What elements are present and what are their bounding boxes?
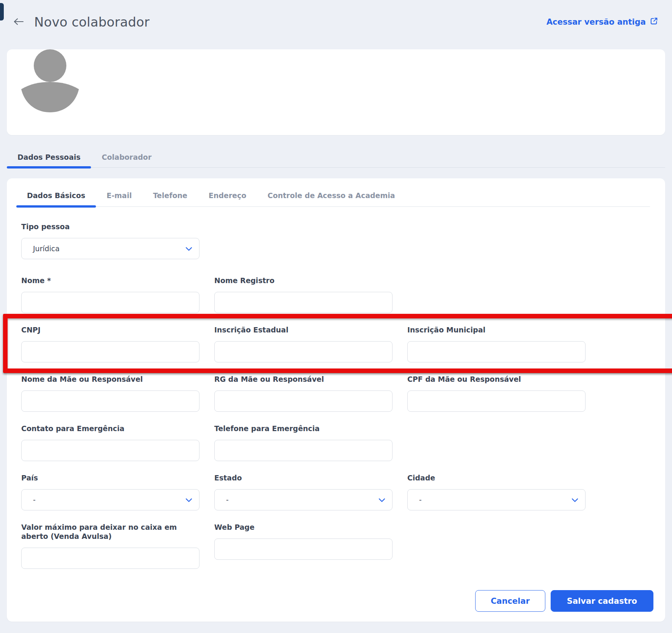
subtab-dados-basicos[interactable]: Dados Básicos (16, 191, 96, 206)
field-inscricao-estadual: Inscrição Estadual (214, 325, 393, 362)
nome-registro-input[interactable] (214, 292, 393, 313)
field-cpf-mae: CPF da Mãe ou Responsável (407, 375, 586, 412)
row-valor-webpage: Valor máximo para deixar no caixa em abe… (21, 523, 650, 569)
chevron-down-icon (185, 244, 192, 253)
inscricao-municipal-input[interactable] (407, 341, 586, 362)
nome-mae-label: Nome da Mãe ou Responsável (21, 375, 199, 384)
cpf-mae-input[interactable] (407, 391, 586, 412)
avatar-card (7, 49, 665, 135)
inscricao-municipal-label: Inscrição Municipal (407, 325, 586, 334)
pais-select[interactable]: - (21, 489, 199, 510)
valor-maximo-input[interactable] (21, 548, 199, 569)
subtab-controle-acesso[interactable]: Controle de Acesso a Academia (257, 191, 405, 206)
estado-value: - (226, 496, 229, 504)
nome-mae-input[interactable] (21, 391, 199, 412)
contato-emergencia-label: Contato para Emergência (21, 424, 199, 433)
field-tipo-pessoa: Tipo pessoa Jurídica (21, 222, 199, 259)
tipo-pessoa-value: Jurídica (33, 244, 60, 253)
page-header: Novo colaborador Acessar versão antiga (0, 0, 672, 31)
subtab-telefone[interactable]: Telefone (142, 191, 198, 206)
nome-registro-label: Nome Registro (214, 276, 393, 285)
valor-maximo-label: Valor máximo para deixar no caixa em abe… (21, 523, 199, 541)
tab-dados-pessoais[interactable]: Dados Pessoais (7, 153, 91, 167)
cidade-label: Cidade (407, 473, 586, 482)
cpf-mae-label: CPF da Mãe ou Responsável (407, 375, 586, 384)
cancel-button[interactable]: Cancelar (475, 590, 545, 612)
chevron-down-icon (572, 496, 578, 504)
field-nome: Nome * (21, 276, 199, 313)
sidebar-edge-sliver (0, 3, 4, 20)
row-nome: Nome * Nome Registro (21, 276, 650, 313)
cidade-select[interactable]: - (407, 489, 586, 510)
estado-select[interactable]: - (214, 489, 393, 510)
nome-input[interactable] (21, 292, 199, 313)
chevron-down-icon (185, 496, 192, 504)
pais-value: - (33, 496, 36, 504)
external-link-icon (650, 17, 658, 27)
field-cnpj: CNPJ (21, 325, 199, 362)
telefone-emergencia-label: Telefone para Emergência (214, 424, 393, 433)
inscricao-estadual-input[interactable] (214, 341, 393, 362)
row-emergencia: Contato para Emergência Telefone para Em… (21, 424, 650, 461)
field-web-page: Web Page (214, 523, 393, 569)
form-subtabs: Dados Básicos E-mail Telefone Endereço C… (16, 191, 650, 207)
nome-label: Nome * (21, 276, 199, 285)
chevron-down-icon (378, 496, 385, 504)
tipo-pessoa-label: Tipo pessoa (21, 222, 199, 231)
field-estado: Estado - (214, 473, 393, 510)
form-card: Dados Básicos E-mail Telefone Endereço C… (7, 178, 665, 622)
field-pais: País - (21, 473, 199, 510)
field-valor-maximo: Valor máximo para deixar no caixa em abe… (21, 523, 199, 569)
telefone-emergencia-input[interactable] (214, 440, 393, 461)
row-tipo-pessoa: Tipo pessoa Jurídica (21, 222, 650, 259)
rg-mae-input[interactable] (214, 391, 393, 412)
back-button[interactable] (11, 16, 26, 29)
row-mae-responsavel: Nome da Mãe ou Responsável RG da Mãe ou … (21, 375, 650, 412)
tab-colaborador[interactable]: Colaborador (91, 153, 162, 167)
pais-label: País (21, 473, 199, 482)
tipo-pessoa-select[interactable]: Jurídica (21, 238, 199, 259)
rg-mae-label: RG da Mãe ou Responsável (214, 375, 393, 384)
main-tabs: Dados Pessoais Colaborador (7, 153, 665, 168)
field-rg-mae: RG da Mãe ou Responsável (214, 375, 393, 412)
old-version-link-label: Acessar versão antiga (546, 17, 646, 27)
contato-emergencia-input[interactable] (21, 440, 199, 461)
field-cidade: Cidade - (407, 473, 586, 510)
save-button[interactable]: Salvar cadastro (551, 590, 653, 612)
cnpj-input[interactable] (21, 341, 199, 362)
subtab-email[interactable]: E-mail (96, 191, 143, 206)
cidade-value: - (419, 496, 422, 504)
avatar-placeholder-person-icon[interactable] (21, 49, 80, 113)
estado-label: Estado (214, 473, 393, 482)
field-contato-emergencia: Contato para Emergência (21, 424, 199, 461)
web-page-label: Web Page (214, 523, 393, 532)
subtab-endereco[interactable]: Endereço (198, 191, 257, 206)
field-telefone-emergencia: Telefone para Emergência (214, 424, 393, 461)
field-nome-mae: Nome da Mãe ou Responsável (21, 375, 199, 412)
form-actions: Cancelar Salvar cadastro (21, 590, 653, 612)
arrow-left-icon (13, 17, 24, 27)
row-localizacao: País - Estado - Cidade - (21, 473, 650, 510)
page-title: Novo colaborador (34, 14, 150, 30)
field-nome-registro: Nome Registro (214, 276, 393, 313)
field-inscricao-municipal: Inscrição Municipal (407, 325, 586, 362)
cnpj-label: CNPJ (21, 325, 199, 334)
row-cnpj-inscricoes: CNPJ Inscrição Estadual Inscrição Munici… (21, 325, 650, 362)
web-page-input[interactable] (214, 539, 393, 560)
inscricao-estadual-label: Inscrição Estadual (214, 325, 393, 334)
old-version-link[interactable]: Acessar versão antiga (546, 17, 658, 27)
